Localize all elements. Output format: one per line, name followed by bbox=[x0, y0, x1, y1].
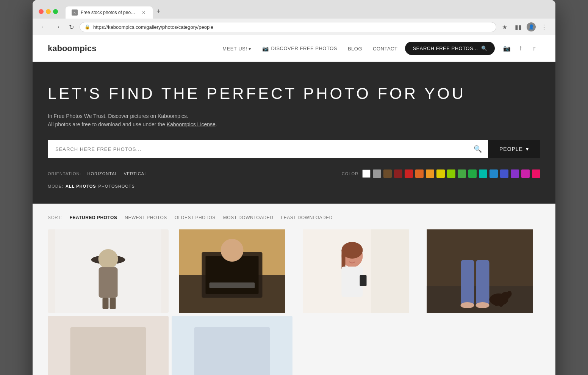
color-swatch-lime[interactable] bbox=[447, 169, 455, 178]
color-swatch-teal[interactable] bbox=[479, 169, 487, 178]
hero-title: LET'S FIND THE PERFECT PHOTO FOR YOU bbox=[48, 85, 540, 103]
color-swatch-green[interactable] bbox=[458, 169, 466, 178]
sort-newest[interactable]: NEWEST PHOTOS bbox=[122, 215, 170, 220]
color-swatch-yellow[interactable] bbox=[436, 169, 445, 178]
chevron-down-icon: ▾ bbox=[526, 146, 529, 152]
category-dropdown-button[interactable]: PEOPLE ▾ bbox=[488, 140, 540, 158]
gallery-section: SORT: FEATURED PHOTOS NEWEST PHOTOS OLDE… bbox=[33, 204, 555, 375]
hero-desc-line2: All photos are free to download and use … bbox=[48, 121, 165, 127]
logo-suffix: pics bbox=[80, 44, 96, 53]
hero-desc-line1: In Free Photos We Trust. Discover pictur… bbox=[48, 113, 188, 119]
mode-photoshoots[interactable]: PHOTOSHOOTS bbox=[99, 184, 135, 188]
layers-button[interactable]: ▮▮ bbox=[513, 22, 524, 32]
nav-item-discover[interactable]: 📷 DISCOVER FREE PHOTOS bbox=[262, 46, 337, 52]
lock-icon: 🔒 bbox=[84, 24, 90, 30]
browser-window: K Free stock photos of people - × + ← → … bbox=[33, 0, 555, 375]
category-label: PEOPLE bbox=[499, 146, 523, 152]
photo-card[interactable] bbox=[48, 229, 169, 313]
svg-point-11 bbox=[221, 239, 244, 262]
nav-item-contact[interactable]: CONTACT bbox=[373, 45, 397, 52]
browser-chrome: K Free stock photos of people - × + ← → … bbox=[33, 0, 555, 35]
color-swatch-orange[interactable] bbox=[415, 169, 424, 178]
nav-search-label: SEARCH FREE PHOTOS... bbox=[413, 46, 478, 51]
page-content: kaboompics MEET US! ▾ 📷 DISCOVER FREE PH… bbox=[33, 35, 555, 375]
photo-card[interactable] bbox=[172, 316, 292, 375]
filter-row: ORIENTATION: HORIZONTAL VERTICAL COLOR: bbox=[48, 169, 540, 178]
site-logo[interactable]: kaboompics bbox=[48, 44, 96, 53]
mode-all-photos[interactable]: ALL PHOTOS bbox=[66, 184, 96, 188]
nav-item-meet-us[interactable]: MEET US! ▾ bbox=[222, 45, 252, 52]
photo-card[interactable] bbox=[296, 229, 416, 313]
svg-rect-6 bbox=[110, 298, 116, 309]
url-text: https://kaboompics.com/gallery/photos/ca… bbox=[93, 24, 213, 30]
color-label: COLOR: bbox=[342, 171, 360, 176]
color-swatch-hotpink[interactable] bbox=[532, 169, 540, 178]
maximize-traffic-light[interactable] bbox=[53, 9, 58, 14]
horizontal-filter[interactable]: HORIZONTAL bbox=[88, 171, 118, 176]
hero-description: In Free Photos We Trust. Discover pictur… bbox=[48, 112, 540, 129]
svg-point-29 bbox=[495, 303, 499, 306]
forward-button[interactable]: → bbox=[52, 22, 63, 32]
nav-search-button[interactable]: SEARCH FREE PHOTOS... 🔍 bbox=[405, 42, 495, 55]
sort-most-downloaded[interactable]: MOST DOWNLOADED bbox=[220, 215, 277, 220]
tab-favicon: K bbox=[72, 9, 78, 16]
bookmark-button[interactable]: ★ bbox=[499, 22, 510, 32]
instagram-button[interactable]: 📷 bbox=[501, 42, 513, 55]
orientation-label: ORIENTATION: bbox=[48, 171, 81, 176]
svg-rect-4 bbox=[99, 267, 118, 298]
color-swatch-blue[interactable] bbox=[489, 169, 498, 178]
search-bar-container: 🔍 PEOPLE ▾ bbox=[48, 140, 540, 158]
active-tab[interactable]: K Free stock photos of people - × bbox=[66, 6, 153, 19]
color-filter: COLOR: bbox=[342, 169, 540, 178]
sort-least-downloaded[interactable]: LEAST DOWNLOADED bbox=[278, 215, 335, 220]
sort-oldest[interactable]: OLDEST PHOTOS bbox=[172, 215, 219, 220]
site-navigation: kaboompics MEET US! ▾ 📷 DISCOVER FREE PH… bbox=[33, 35, 555, 62]
minimize-traffic-light[interactable] bbox=[46, 9, 51, 14]
license-link[interactable]: Kaboompics License bbox=[167, 121, 216, 127]
camera-icon: 📷 bbox=[262, 46, 269, 52]
vertical-filter[interactable]: VERTICAL bbox=[124, 171, 147, 176]
mode-label: MODE: bbox=[48, 184, 63, 188]
photo-card[interactable] bbox=[419, 229, 540, 313]
new-tab-button[interactable]: + bbox=[153, 5, 164, 19]
twitter-button[interactable]: 𝕣 bbox=[528, 42, 540, 55]
svg-rect-17 bbox=[342, 250, 346, 269]
browser-titlebar: K Free stock photos of people - × + bbox=[33, 0, 555, 19]
menu-button[interactable]: ⋮ bbox=[539, 22, 549, 32]
color-swatch-indigo[interactable] bbox=[500, 169, 508, 178]
facebook-button[interactable]: f bbox=[514, 42, 527, 55]
close-traffic-light[interactable] bbox=[39, 9, 44, 14]
color-swatch-white[interactable] bbox=[362, 169, 371, 178]
color-swatch-gray[interactable] bbox=[373, 169, 381, 178]
color-swatch-red[interactable] bbox=[405, 169, 413, 178]
back-button[interactable]: ← bbox=[39, 22, 49, 32]
svg-rect-14 bbox=[371, 229, 409, 313]
orientation-filter: ORIENTATION: HORIZONTAL VERTICAL bbox=[48, 171, 147, 176]
address-bar[interactable]: 🔒 https://kaboompics.com/gallery/photos/… bbox=[80, 22, 496, 32]
color-swatch-brown[interactable] bbox=[383, 169, 392, 178]
hero-search-icon-button[interactable]: 🔍 bbox=[468, 140, 488, 158]
search-icon: 🔍 bbox=[481, 46, 488, 51]
browser-actions: ★ ▮▮ 👤 ⋮ bbox=[499, 22, 549, 32]
sort-featured[interactable]: FEATURED PHOTOS bbox=[67, 215, 120, 220]
color-swatch-pink[interactable] bbox=[521, 169, 530, 178]
color-swatch-amber[interactable] bbox=[426, 169, 434, 178]
color-swatch-purple[interactable] bbox=[511, 169, 519, 178]
hero-section: LET'S FIND THE PERFECT PHOTO FOR YOU In … bbox=[33, 62, 555, 204]
nav-item-blog[interactable]: BLOG bbox=[348, 45, 362, 52]
reload-button[interactable]: ↻ bbox=[66, 22, 77, 32]
photo-card[interactable] bbox=[172, 229, 292, 313]
photo-card[interactable] bbox=[48, 316, 169, 375]
svg-point-25 bbox=[476, 302, 489, 308]
color-swatch-darkred[interactable] bbox=[394, 169, 402, 178]
svg-point-28 bbox=[507, 291, 512, 297]
tab-close-button[interactable]: × bbox=[141, 9, 147, 16]
profile-avatar[interactable]: 👤 bbox=[527, 22, 536, 31]
sort-bar: SORT: FEATURED PHOTOS NEWEST PHOTOS OLDE… bbox=[48, 215, 540, 220]
svg-rect-18 bbox=[342, 267, 363, 297]
tab-title: Free stock photos of people - bbox=[81, 10, 138, 15]
svg-point-24 bbox=[461, 302, 474, 308]
color-swatch-darkgreen[interactable] bbox=[468, 169, 477, 178]
svg-rect-19 bbox=[360, 275, 367, 286]
hero-search-input[interactable] bbox=[48, 140, 468, 158]
